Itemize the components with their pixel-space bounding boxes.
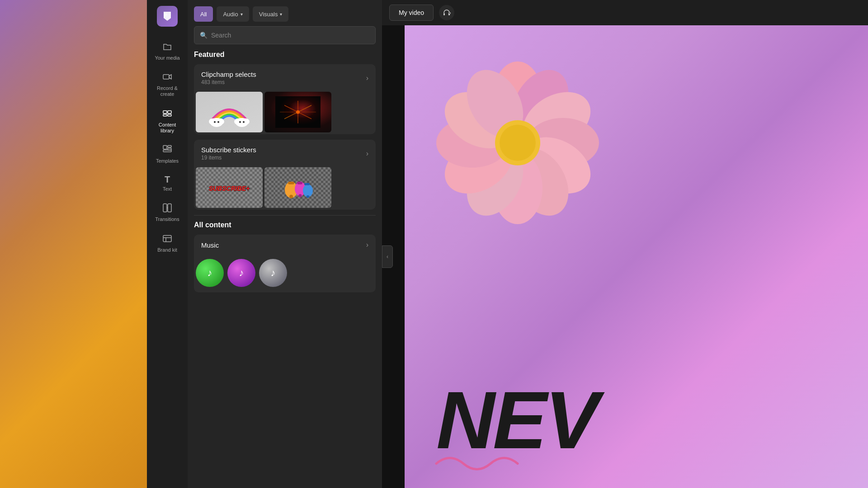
svg-text:SUBSCRIBE+: SUBSCRIBE+ bbox=[209, 185, 250, 192]
svg-rect-2 bbox=[163, 75, 169, 79]
preview-area: My video ‹ bbox=[382, 0, 868, 488]
card-thumbnails: SUBSCRIBE+ bbox=[194, 167, 376, 210]
search-icon: 🔍 bbox=[200, 32, 208, 39]
thumbnail-rainbow bbox=[196, 92, 263, 132]
app-logo bbox=[156, 5, 179, 28]
svg-rect-14 bbox=[163, 235, 171, 242]
music-note-icon: ♪ bbox=[208, 267, 212, 279]
card-info: Music bbox=[201, 241, 219, 249]
thumbnail-subscribe: SUBSCRIBE+ bbox=[196, 167, 263, 208]
svg-rect-7 bbox=[163, 145, 167, 149]
filter-all-button[interactable]: All bbox=[194, 6, 213, 22]
collapse-panel-button[interactable]: ‹ bbox=[382, 245, 393, 268]
svg-rect-49 bbox=[297, 182, 302, 184]
chevron-down-icon: ▾ bbox=[280, 12, 282, 17]
sidebar-item-content-library[interactable]: Content library bbox=[149, 104, 185, 138]
chevron-right-icon: › bbox=[366, 241, 368, 249]
my-video-button[interactable]: My video bbox=[389, 5, 434, 21]
transitions-icon bbox=[162, 203, 172, 214]
thumbnail-bell bbox=[264, 167, 331, 208]
subscribe-stickers-card[interactable]: Subscribe stickers 19 items › bbox=[194, 140, 376, 210]
sidebar-item-brand-kit[interactable]: Brand kit bbox=[149, 229, 185, 258]
svg-point-24 bbox=[241, 118, 250, 125]
music-circle-purple: ♪ bbox=[227, 259, 255, 287]
featured-title: Featured bbox=[194, 51, 376, 59]
panel-scroll[interactable]: Featured Clipchamp selects 483 items › bbox=[188, 49, 382, 488]
chevron-right-icon: › bbox=[366, 150, 368, 158]
all-content-title: All content bbox=[194, 221, 376, 229]
svg-point-23 bbox=[234, 118, 242, 125]
music-circle-green: ♪ bbox=[196, 259, 224, 287]
search-input[interactable] bbox=[211, 32, 370, 39]
canvas-squiggle bbox=[432, 450, 522, 479]
headphone-button[interactable] bbox=[439, 5, 454, 20]
background-left bbox=[0, 0, 147, 488]
svg-rect-4 bbox=[168, 111, 171, 113]
templates-icon bbox=[162, 145, 172, 156]
chevron-left-icon: ‹ bbox=[387, 253, 388, 260]
svg-point-20 bbox=[214, 121, 216, 123]
content-panel: All Audio ▾ Visuals ▾ 🔍 Featured bbox=[188, 0, 382, 488]
svg-point-47 bbox=[303, 184, 313, 197]
filter-visuals-label: Visuals bbox=[259, 11, 278, 18]
music-note-icon: ♪ bbox=[271, 267, 276, 279]
chevron-right-icon: › bbox=[366, 74, 368, 82]
chevron-down-icon: ▾ bbox=[241, 12, 243, 17]
card-header: Subscribe stickers 19 items › bbox=[194, 140, 376, 167]
sidebar-item-label: Record &create bbox=[157, 85, 178, 97]
sidebar-item-your-media[interactable]: Your media bbox=[149, 37, 185, 66]
card-info: Clipchamp selects 483 items bbox=[201, 70, 256, 85]
logo-shape bbox=[157, 6, 178, 27]
svg-point-26 bbox=[243, 121, 245, 123]
svg-point-18 bbox=[209, 118, 217, 125]
svg-point-19 bbox=[216, 118, 224, 125]
svg-rect-12 bbox=[168, 204, 171, 212]
sidebar-item-label: Text bbox=[163, 186, 172, 192]
sidebar-item-transitions[interactable]: Transitions bbox=[149, 198, 185, 227]
svg-rect-54 bbox=[443, 13, 445, 15]
search-box: 🔍 bbox=[194, 26, 376, 44]
music-circle-gray: ♪ bbox=[259, 259, 287, 287]
canvas-area: ‹ bbox=[382, 25, 868, 488]
canvas-text: NEV bbox=[436, 380, 597, 461]
top-bar: My video bbox=[382, 0, 868, 25]
svg-rect-3 bbox=[163, 111, 167, 113]
svg-point-51 bbox=[289, 195, 293, 198]
search-container: 🔍 bbox=[188, 26, 382, 49]
svg-point-56 bbox=[449, 12, 451, 14]
app-container: Your media Record &create bbox=[147, 0, 868, 488]
filter-audio-label: Audio bbox=[223, 11, 238, 18]
music-card[interactable]: Music › ♪ ♪ ♪ bbox=[194, 235, 376, 292]
sidebar-item-templates[interactable]: Templates bbox=[149, 140, 185, 169]
sidebar-item-text[interactable]: T Text bbox=[149, 170, 185, 197]
video-icon bbox=[162, 72, 172, 83]
filter-audio-button[interactable]: Audio ▾ bbox=[217, 6, 249, 22]
sidebar-item-label: Your media bbox=[155, 55, 179, 61]
card-thumbnails bbox=[194, 92, 376, 134]
canvas-content: NEV bbox=[405, 25, 868, 488]
svg-rect-50 bbox=[304, 183, 310, 185]
icon-sidebar: Your media Record &create bbox=[147, 0, 188, 488]
thumbnail-sparkle bbox=[264, 92, 331, 132]
svg-rect-6 bbox=[168, 114, 171, 116]
filter-bar: All Audio ▾ Visuals ▾ bbox=[188, 0, 382, 26]
card-header: Clipchamp selects 483 items › bbox=[194, 64, 376, 92]
clipchamp-selects-card[interactable]: Clipchamp selects 483 items › bbox=[194, 64, 376, 134]
sidebar-item-label: Content library bbox=[151, 122, 183, 134]
svg-point-25 bbox=[239, 121, 241, 123]
content-library-icon bbox=[162, 108, 172, 120]
svg-point-53 bbox=[307, 195, 309, 198]
svg-point-33 bbox=[296, 110, 300, 114]
svg-rect-5 bbox=[163, 114, 167, 116]
music-circles: ♪ ♪ ♪ bbox=[194, 255, 376, 292]
sidebar-item-label: Templates bbox=[156, 158, 179, 164]
folder-icon bbox=[162, 42, 172, 53]
card-title: Music bbox=[201, 241, 219, 249]
sidebar-item-label: Brand kit bbox=[157, 247, 177, 253]
sidebar-item-record-create[interactable]: Record &create bbox=[149, 67, 185, 102]
section-divider bbox=[194, 215, 376, 216]
filter-visuals-button[interactable]: Visuals ▾ bbox=[253, 6, 289, 22]
card-title: Subscribe stickers bbox=[201, 146, 256, 154]
svg-rect-8 bbox=[168, 145, 171, 147]
svg-point-21 bbox=[217, 121, 219, 123]
